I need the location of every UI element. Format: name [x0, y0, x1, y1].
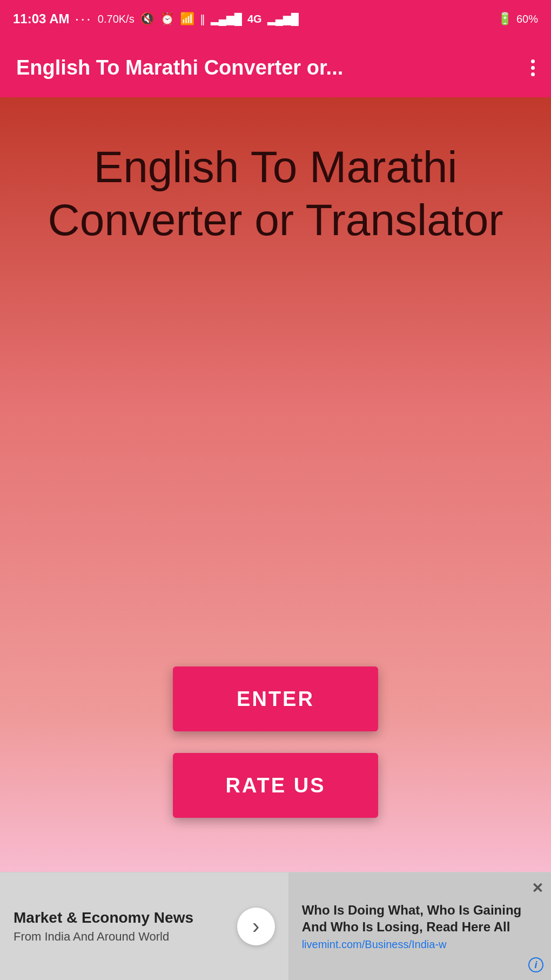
- ad-arrow-section: ›: [224, 872, 288, 980]
- main-content: English To Marathi Converter or Translat…: [0, 97, 551, 872]
- status-dots: ···: [75, 10, 92, 28]
- app-title: English To Marathi Converter or...: [16, 56, 343, 79]
- app-bar: English To Marathi Converter or...: [0, 38, 551, 97]
- signal-icon: ‖: [200, 12, 205, 25]
- status-time: 11:03 AM: [13, 11, 69, 26]
- dot3: [531, 72, 535, 76]
- wifi-icon: 📶: [180, 12, 194, 26]
- arrow-icon: ›: [252, 914, 259, 938]
- status-bar: 11:03 AM ··· 0.70K/s 🔇 ⏰ 📶 ‖ ▂▄▆█ 4G ▂▄▆…: [0, 0, 551, 38]
- ad-left-title: Market & Economy News: [14, 909, 210, 927]
- enter-button[interactable]: ENTER: [173, 666, 378, 731]
- battery-section: 🔋 60%: [498, 12, 538, 26]
- network-type: 4G: [247, 13, 262, 25]
- ad-arrow-button[interactable]: ›: [237, 908, 275, 945]
- ad-left-subtitle: From India And Around World: [14, 930, 210, 944]
- rate-us-button[interactable]: RATE US: [173, 753, 378, 818]
- battery-icon: 🔋: [498, 12, 512, 26]
- ad-right-url: livemint.com/Business/India-w: [302, 938, 537, 951]
- more-options-button[interactable]: [531, 59, 535, 76]
- ad-right-title: Who Is Doing What, Who Is Gaining And Wh…: [302, 902, 537, 935]
- ad-info-button[interactable]: i: [528, 957, 543, 972]
- alarm-icon: ⏰: [160, 12, 174, 26]
- ad-left-section: Market & Economy News From India And Aro…: [0, 872, 224, 980]
- signal-bars-2: ▂▄▆█: [267, 12, 299, 25]
- battery-level: 60%: [516, 13, 538, 25]
- dot2: [531, 66, 535, 70]
- hero-title: English To Marathi Converter or Translat…: [22, 141, 529, 247]
- status-left: 11:03 AM ··· 0.70K/s 🔇 ⏰ 📶 ‖ ▂▄▆█ 4G ▂▄▆…: [13, 10, 299, 28]
- signal-bars: ▂▄▆█: [211, 12, 242, 25]
- mute-icon: 🔇: [140, 12, 154, 26]
- network-speed: 0.70K/s: [98, 13, 135, 25]
- ad-banner: Market & Economy News From India And Aro…: [0, 872, 551, 980]
- ad-close-button[interactable]: ✕: [532, 880, 543, 897]
- ad-right-section: Who Is Doing What, Who Is Gaining And Wh…: [288, 872, 551, 980]
- dot1: [531, 59, 535, 63]
- buttons-section: ENTER RATE US: [173, 666, 378, 818]
